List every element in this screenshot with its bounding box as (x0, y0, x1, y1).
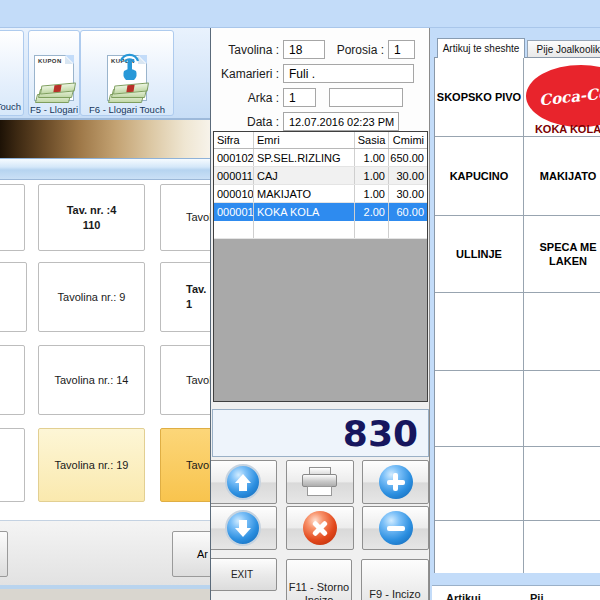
table-button-partial[interactable] (0, 428, 25, 502)
cell-empty (214, 221, 254, 238)
table-row-selected[interactable]: 000001 KOKA KOLA 2.00 60.00 (214, 203, 427, 221)
print-button[interactable] (286, 460, 354, 504)
f11-storno-button[interactable]: F11 - Storno Incizo (286, 559, 352, 600)
f6-llogari-touch-button[interactable]: KUPON F6 - Llogari Touch (80, 30, 174, 116)
table-button-partial[interactable]: Tavol (160, 184, 210, 251)
table-button-partial[interactable] (0, 345, 25, 415)
plus-icon (379, 465, 413, 499)
cancel-button[interactable] (286, 506, 354, 550)
order-items-table: Sifra Emri Sasia Cmimi 000102 SP.SEL.RIZ… (213, 131, 428, 402)
product-cell-empty[interactable] (435, 447, 524, 521)
arka-label: Arka : (215, 91, 279, 105)
product-ullinje[interactable]: ULLINJE (435, 216, 524, 293)
kamarieri-field[interactable]: Fuli . (283, 64, 414, 83)
tavolina-field[interactable]: 18 (283, 40, 325, 59)
table-button-label: Tav. (186, 282, 210, 297)
data-value: 12.07.2016 02:23 PM (289, 116, 394, 128)
footer-button-partial[interactable] (0, 531, 8, 577)
table-button-tav9[interactable]: Tavolina nr.: 9 (38, 262, 145, 332)
table-row[interactable]: 000011 CAJ 1.00 30.00 (214, 167, 427, 185)
table-row-empty (214, 221, 427, 239)
footer-button-partial[interactable]: Ar (172, 531, 210, 577)
product-cell-empty[interactable] (435, 371, 524, 447)
porosia-field[interactable]: 1 (388, 40, 415, 59)
table-button-label: Tav. nr. :4 (39, 203, 144, 218)
exit-button[interactable]: EXIT (210, 558, 277, 591)
table-header-row: Sifra Emri Sasia Cmimi (214, 132, 427, 149)
product-skopsko-pivo[interactable]: SKOPSKO PIVO (435, 58, 524, 137)
bottom-tab-pije[interactable]: Pij (530, 592, 543, 600)
cell-sasia: 1.00 (355, 149, 389, 166)
cell-cmimi: 30.00 (389, 185, 427, 202)
product-cell-empty[interactable] (524, 293, 600, 371)
col-header-sasia[interactable]: Sasia (355, 132, 389, 148)
order-total: 830 (212, 409, 429, 457)
product-cell-empty[interactable] (435, 521, 524, 573)
bottom-tab-artikuj[interactable]: Artikuj (446, 592, 481, 600)
table-button-partial[interactable]: Tavoli (160, 345, 210, 415)
product-cell-empty[interactable] (524, 371, 600, 447)
move-down-button[interactable] (210, 506, 277, 550)
table-button-label: Tavolina nr.: 9 (39, 290, 144, 305)
product-kapucino[interactable]: KAPUCINO (435, 137, 524, 216)
f11-button-label: F11 - Storno (289, 581, 349, 594)
total-value: 830 (343, 413, 418, 454)
add-item-button[interactable] (362, 460, 429, 504)
cell-emri: CAJ (254, 167, 355, 184)
table-button-partial[interactable]: Tav. 1 (160, 262, 210, 332)
tavolina-label: Tavolina : (215, 43, 279, 57)
table-button-tav19[interactable]: Tavolina nr.: 19 (38, 428, 145, 502)
cell-emri: KOKA KOLA (254, 203, 355, 221)
product-cell-empty[interactable] (524, 521, 600, 573)
tables-panel-footer: Ar (0, 520, 210, 585)
cell-empty (254, 221, 355, 238)
table-button-label: Tavolina nr.: 14 (39, 373, 144, 388)
cell-emri: SP.SEL.RIZLING (254, 149, 355, 166)
remove-item-button[interactable] (362, 506, 429, 550)
llogari-touch-partial-button[interactable]: Touch (0, 30, 24, 116)
data-field[interactable]: 12.07.2016 02:23 PM (283, 112, 399, 131)
col-header-sifra[interactable]: Sifra (214, 132, 254, 148)
cell-sasia: 2.00 (355, 203, 389, 221)
cell-cmimi: 30.00 (389, 167, 427, 184)
product-label: KOKA KOLA (524, 122, 600, 136)
table-button-partial[interactable] (0, 184, 25, 251)
product-label: KAPUCINO (450, 169, 509, 183)
product-cell-empty[interactable] (524, 447, 600, 521)
table-button-partial[interactable] (0, 262, 27, 332)
order-panel: Tavolina : 18 Porosia : 1 Kamarieri : Fu… (210, 28, 430, 600)
table-row[interactable]: 000102 SP.SEL.RIZLING 1.00 650.00 (214, 149, 427, 167)
col-header-emri[interactable]: Emri (254, 132, 355, 148)
table-button-tav4[interactable]: Tav. nr. :4 110 (38, 184, 145, 251)
money-stack-icon (35, 81, 79, 103)
product-cell-empty[interactable] (435, 293, 524, 371)
product-speca-me-laken[interactable]: SPECA ME LAKEN (524, 216, 600, 293)
table-row[interactable]: 000010 MAKIJATO 1.00 30.00 (214, 185, 427, 203)
kupon-invoice-icon: KUPON (107, 55, 147, 101)
bottom-tab-strip: Artikuj Pij (432, 585, 600, 600)
cell-sifra: 000011 (214, 167, 254, 184)
cell-sifra: 000102 (214, 149, 254, 166)
tables-grid-panel: Tav. nr. :4 110 Tavol Tavolina nr.: 9 Ta… (0, 180, 210, 520)
window-edge-strip (0, 589, 210, 600)
cell-sasia: 1.00 (355, 167, 389, 184)
arka-secondary-field[interactable] (329, 88, 403, 107)
table-button-partial[interactable]: Tavoli (160, 428, 210, 502)
col-header-cmimi[interactable]: Cmimi (389, 132, 427, 148)
coca-cola-script: Coca-Cola (538, 85, 600, 108)
f9-incizo-button[interactable]: F9 - Incizo (361, 559, 429, 600)
product-koka-kola[interactable]: Coca-Cola KOKA KOLA (524, 58, 600, 137)
arka-field[interactable]: 1 (283, 88, 316, 107)
cell-emri: MAKIJATO (254, 185, 355, 202)
tab-label: Artikuj te sheshte (443, 43, 520, 54)
down-arrow-icon (225, 510, 261, 546)
tab-artikuj-te-sheshte[interactable]: Artikuj te sheshte (437, 38, 525, 58)
f5-llogari-button[interactable]: KUPON F5 - Llogari (28, 30, 80, 116)
table-button-tav14[interactable]: Tavolina nr.: 14 (38, 345, 145, 415)
product-label: SKOPSKO PIVO (437, 90, 521, 104)
panel-header-strip (0, 158, 210, 180)
product-makijato[interactable]: MAKIJATO (524, 137, 600, 216)
move-up-button[interactable] (210, 460, 277, 504)
f11-button-sublabel: Incizo (305, 594, 334, 600)
tab-pije-joalkoolike[interactable]: Pije Joalkoolike (527, 40, 600, 58)
